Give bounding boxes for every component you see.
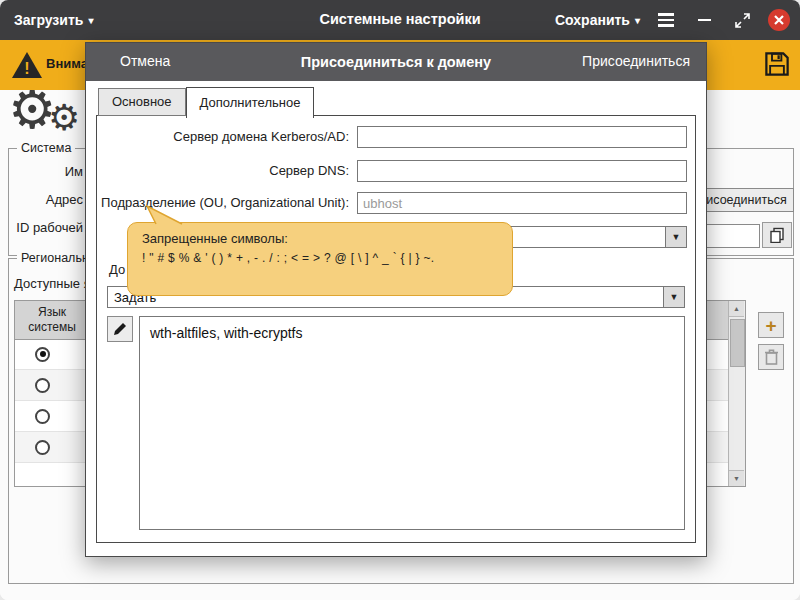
dialog-tabs: Основное Дополнительное xyxy=(98,87,314,118)
close-button[interactable] xyxy=(768,9,790,31)
tooltip-symbols: ! " # $ % & ' ( ) * + , - . / : ; < = > … xyxy=(142,251,498,265)
chevron-down-icon: ▾ xyxy=(635,15,640,26)
minimize-button[interactable] xyxy=(692,9,716,31)
table-scrollbar[interactable]: ▲ ▼ xyxy=(728,301,745,486)
additional-field-label: До xyxy=(109,262,125,277)
dropdown-arrow-icon[interactable]: ▼ xyxy=(665,227,686,247)
regional-section-legend: Региональн xyxy=(17,251,93,265)
kerberos-server-label: Сервер домена Kerberos/AD: xyxy=(97,129,349,144)
additional-tab-panel: Сервер домена Kerberos/AD: Сервер DNS: П… xyxy=(96,115,696,543)
radio-button[interactable] xyxy=(35,409,50,424)
copy-button[interactable] xyxy=(762,222,792,248)
language-column-header: Язык системы xyxy=(19,305,85,335)
scroll-up-icon[interactable]: ▲ xyxy=(729,301,744,317)
add-language-button[interactable]: + xyxy=(758,312,784,338)
dialog-header: Отмена Присоединиться к домену Присоедин… xyxy=(86,43,706,81)
radio-button[interactable] xyxy=(35,440,50,455)
server-address-label: Адрес xyxy=(0,192,83,207)
dns-server-input[interactable] xyxy=(357,160,687,182)
radio-button-selected[interactable] xyxy=(35,347,50,362)
warning-icon: ! xyxy=(10,50,44,80)
join-domain-button-label: рисоединиться xyxy=(699,193,786,207)
delete-language-button[interactable] xyxy=(758,344,784,370)
forbidden-symbols-tooltip: Запрещенные символы: ! " # $ % & ' ( ) *… xyxy=(127,222,513,296)
minimize-icon xyxy=(698,19,711,22)
close-icon xyxy=(774,15,784,25)
scrollbar-thumb[interactable] xyxy=(730,319,745,367)
ou-label: Подразделение (OU, Organizational Unit): xyxy=(97,195,349,210)
gear-icon: ⚙ xyxy=(48,98,80,138)
settings-gears-icon: ⚙ ⚙ xyxy=(8,88,88,146)
available-languages-label: Доступные я xyxy=(14,276,91,291)
pencil-icon xyxy=(112,321,128,337)
tab-additional[interactable]: Дополнительное xyxy=(186,87,315,118)
app-window: Загрузить ▾ Системные настройки Сохранит… xyxy=(0,0,800,600)
dialog-cancel-button[interactable]: Отмена xyxy=(120,53,170,69)
hamburger-menu-button[interactable] xyxy=(654,9,678,31)
trash-icon xyxy=(764,349,779,365)
workgroup-id-label: ID рабочей xyxy=(0,220,83,235)
modules-textarea[interactable]: wth-altfiles, with-ecryptfs xyxy=(139,316,685,530)
copy-icon xyxy=(769,227,785,243)
dialog-join-button[interactable]: Присоединиться xyxy=(582,53,690,69)
computer-name-label: Им xyxy=(0,164,83,179)
fullscreen-icon xyxy=(735,13,750,28)
dns-server-label: Сервер DNS: xyxy=(97,163,349,178)
svg-text:!: ! xyxy=(24,60,29,77)
titlebar: Загрузить ▾ Системные настройки Сохранит… xyxy=(0,0,800,40)
fullscreen-button[interactable] xyxy=(730,9,754,31)
hamburger-icon xyxy=(658,13,674,27)
radio-button[interactable] xyxy=(35,378,50,393)
page-title: Системные настройки xyxy=(0,11,800,27)
join-domain-button[interactable]: рисоединиться xyxy=(692,188,794,212)
kerberos-server-input[interactable] xyxy=(357,126,687,148)
workgroup-id-input[interactable] xyxy=(700,224,760,248)
dropdown-arrow-icon[interactable]: ▼ xyxy=(663,287,684,307)
save-menu-label: Сохранить xyxy=(555,12,630,28)
tab-main[interactable]: Основное xyxy=(98,88,186,116)
plus-icon: + xyxy=(765,316,776,335)
save-menu-button[interactable]: Сохранить ▾ xyxy=(555,9,640,31)
tooltip-title: Запрещенные символы: xyxy=(142,231,498,246)
tooltip-tail xyxy=(142,205,186,225)
scroll-down-icon[interactable]: ▼ xyxy=(729,470,744,486)
floppy-disk-icon xyxy=(762,49,792,79)
edit-button[interactable] xyxy=(107,316,133,342)
save-icon-button[interactable] xyxy=(760,49,794,81)
system-section-legend: Система xyxy=(17,141,75,155)
join-domain-dialog: Отмена Присоединиться к домену Присоедин… xyxy=(85,42,707,557)
ou-input[interactable] xyxy=(357,192,687,214)
